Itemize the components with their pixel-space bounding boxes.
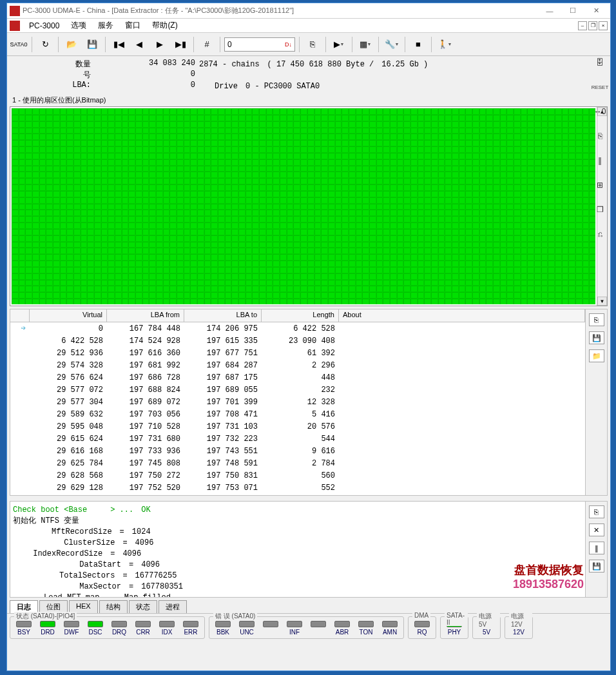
tab-log[interactable]: 日志 <box>10 600 38 613</box>
bitmap-view[interactable]: ▲ ▼ <box>10 106 608 306</box>
window-title: PC-3000 UDMA-E - China - [Data Extractor… <box>23 6 538 15</box>
stop-icon[interactable]: ■ <box>409 35 427 54</box>
table-row[interactable]: 29 625 784197 745 808197 748 5912 784 <box>10 457 585 469</box>
col-about[interactable]: About <box>339 309 585 322</box>
tab-bitmap[interactable]: 位图 <box>39 600 68 613</box>
status-led: CRR <box>132 621 154 636</box>
rtool-pause-icon[interactable]: ‖ <box>592 153 608 168</box>
table-row[interactable]: ➩0167 784 448174 206 9756 422 528 <box>10 322 585 335</box>
menu-help[interactable]: 帮助(Z) <box>147 19 182 32</box>
titlebar: PC-3000 UDMA-E - China - [Data Extractor… <box>7 3 610 19</box>
menu-options[interactable]: 选项 <box>66 19 91 32</box>
close-button[interactable]: ✕ <box>584 5 608 17</box>
bitmap-title: 1 - 使用的扇区位图(从Bitmap) <box>10 94 608 106</box>
log-line: ClusterSize = 4096 <box>13 537 582 548</box>
first-icon[interactable]: ▮◀ <box>110 35 128 54</box>
log-panel: Check boot <Base > ... OK 初始化 NTFS 变量 Mf… <box>10 501 608 598</box>
table-row[interactable]: 29 628 568197 750 272197 750 831560 <box>10 469 585 482</box>
tab-process[interactable]: 进程 <box>159 600 187 613</box>
mdi-restore-button[interactable]: ❐ <box>588 21 597 30</box>
log-action4-icon[interactable]: 💾 <box>589 560 604 572</box>
lba-table: Virtual LBA from LBA to Length About ➩01… <box>10 309 608 496</box>
num-value: 0 <box>96 70 199 81</box>
rtool-db-icon[interactable]: 🗄 <box>592 55 608 70</box>
log-line: MaxSector = 167780351 <box>13 581 582 592</box>
lba-value: 0 <box>96 81 199 92</box>
open-icon[interactable]: 📂 <box>63 35 81 54</box>
log-action1-icon[interactable]: ⎘ <box>589 505 604 518</box>
table-row[interactable]: 29 577 072197 688 824197 689 055232 <box>10 384 585 396</box>
tab-hex[interactable]: HEX <box>69 600 98 613</box>
offset-input[interactable]: 0D↓ <box>224 37 295 52</box>
table-row[interactable]: 29 629 128197 752 520197 753 071552 <box>10 482 585 494</box>
status-led: DSC <box>84 621 106 636</box>
info-panel: 数量 34 083 240 2874 - chains ( 17 450 618… <box>7 56 610 94</box>
menu-app[interactable]: PC-3000 <box>24 20 64 32</box>
grid-icon[interactable]: # <box>198 35 216 54</box>
log-line: DataStart = 4096 <box>13 559 582 570</box>
menu-services[interactable]: 服务 <box>93 19 119 32</box>
status-group: 错 误 (SATA0)BBKUNCINFABRTONAMN <box>209 616 404 639</box>
prev-icon[interactable]: ◀ <box>130 35 148 54</box>
maximize-button[interactable]: ☐ <box>561 5 584 17</box>
last-icon[interactable]: ▶▮ <box>171 35 189 54</box>
rtool-reset-icon[interactable]: RESET <box>592 79 608 95</box>
mdi-close-button[interactable]: × <box>599 21 608 30</box>
status-led <box>307 621 329 636</box>
rtool-mark-icon[interactable]: ⎌ <box>592 226 608 242</box>
menu-window[interactable]: 窗口 <box>120 19 146 32</box>
tools-icon[interactable]: 🔧▼ <box>383 35 401 54</box>
status-led: DRQ <box>108 621 130 636</box>
table-row[interactable]: 29 576 624197 686 728197 687 175448 <box>10 371 585 384</box>
rtool-overlay-icon[interactable]: ❐ <box>592 202 608 217</box>
log-line: IndexRecordSize = 4096 <box>13 548 582 559</box>
table-action1-icon[interactable]: ⎘ <box>589 313 604 326</box>
status-led: DWF <box>61 621 82 636</box>
num-label: 号 <box>12 70 96 81</box>
next-icon[interactable]: ▶ <box>151 35 169 54</box>
status-led: ERR <box>180 621 202 636</box>
log-action2-icon[interactable]: ✕ <box>589 523 604 536</box>
rtool-copy-icon[interactable]: ⎘ <box>592 128 608 144</box>
exit-icon[interactable]: 🚶▼ <box>436 35 454 54</box>
col-length[interactable]: Length <box>262 309 339 322</box>
table-row[interactable]: 29 512 936197 616 360197 677 75161 392 <box>10 347 585 359</box>
tab-struct[interactable]: 结构 <box>99 600 128 613</box>
minimize-button[interactable]: — <box>538 5 561 17</box>
status-group: 电源 12V12V <box>505 616 533 639</box>
sata-button[interactable]: SATA0 <box>10 35 28 54</box>
table-row[interactable]: 29 589 632197 703 056197 708 4715 416 <box>10 408 585 420</box>
table-row[interactable]: 6 422 528174 524 928197 615 33523 090 40… <box>10 335 585 347</box>
scroll-down-icon[interactable]: ▼ <box>597 297 607 306</box>
status-led: TON <box>355 621 377 636</box>
count-value: 34 083 240 <box>96 59 199 70</box>
status-led: RQ <box>411 621 433 636</box>
rtool-grid-icon[interactable]: ⊞ <box>592 177 608 193</box>
refresh-icon[interactable]: ↻ <box>36 35 54 54</box>
tab-status[interactable]: 状态 <box>129 600 157 613</box>
table-icon[interactable]: ▦▼ <box>356 35 374 54</box>
drive-value: 0 - PC3000 SATA0 <box>245 82 320 91</box>
save-icon[interactable]: 💾 <box>83 35 101 54</box>
play-icon[interactable]: ▶▼ <box>330 35 348 54</box>
mdi-minimize-button[interactable]: – <box>578 21 587 30</box>
col-virtual[interactable]: Virtual <box>30 309 107 322</box>
log-line: MftRecordSize = 1024 <box>13 526 582 537</box>
goto-icon[interactable]: ⎘ <box>303 35 322 54</box>
count-label: 数量 <box>12 59 96 70</box>
table-row[interactable]: 29 616 168197 733 936197 743 5519 616 <box>10 445 585 457</box>
status-led: DRD <box>37 621 59 636</box>
count-extra: 2874 - chains ( 17 450 618 880 Byte / 16… <box>199 59 605 70</box>
log-action3-icon[interactable]: ‖ <box>589 542 604 554</box>
table-action3-icon[interactable]: 📁 <box>589 349 604 362</box>
table-action2-icon[interactable]: 💾 <box>589 331 604 344</box>
table-row[interactable]: 29 577 304197 689 072197 701 39912 328 <box>10 396 585 408</box>
table-row[interactable]: 29 574 328197 681 992197 684 2872 296 <box>10 359 585 371</box>
col-lbato[interactable]: LBA to <box>184 309 262 322</box>
table-row[interactable]: 29 615 624197 731 680197 732 223544 <box>10 433 585 445</box>
rtool-range-icon[interactable]: ↔0 <box>592 104 608 119</box>
lba-label: LBA: <box>12 81 96 92</box>
bottom-tabs: 日志 位图 HEX 结构 状态 进程 <box>7 600 610 613</box>
table-row[interactable]: 29 595 048197 710 528197 731 10320 576 <box>10 420 585 433</box>
col-lbafrom[interactable]: LBA from <box>107 309 184 322</box>
